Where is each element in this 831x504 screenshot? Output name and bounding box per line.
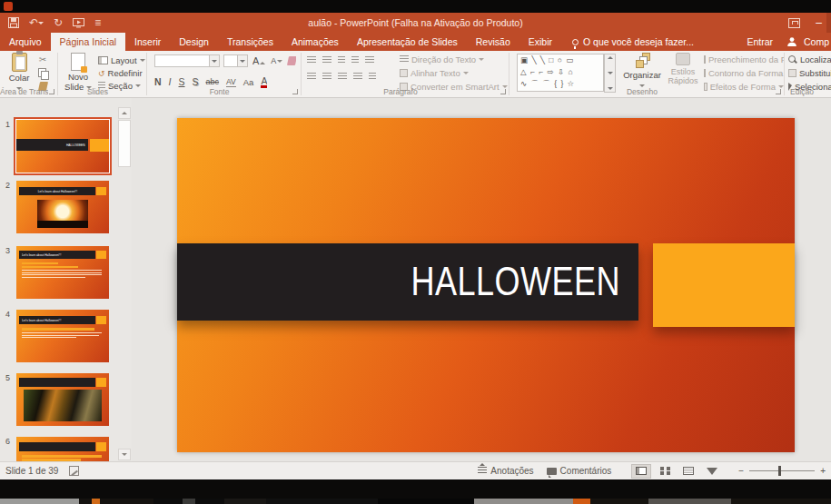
thumbnail-scroll-down-button[interactable] [118,449,131,460]
columns-icon[interactable] [369,73,376,81]
increase-font-icon[interactable]: A [252,55,265,66]
text-shadow-button[interactable]: S [193,76,199,87]
slide-thumbnail-5[interactable] [16,373,109,426]
cut-icon[interactable]: ✂ [39,54,46,64]
quick-styles-button[interactable]: Estilos Rápidos [664,53,702,86]
tab-pagina-inicial[interactable]: Página Inicial [51,33,125,51]
change-case-button[interactable]: Aa [243,77,254,87]
redo-icon[interactable]: ↻ [54,17,63,28]
font-color-button[interactable]: A [261,75,267,88]
layout-button[interactable]: Layout [98,55,145,65]
thumbnail-number: 5 [5,373,15,382]
align-left-icon[interactable] [307,73,316,81]
text-direction-button[interactable]: Direção do Texto [400,54,484,64]
thumbnail-scroll-up-button[interactable] [118,107,131,119]
copy-icon[interactable] [38,68,47,78]
bullets-icon[interactable] [307,56,316,64]
notes-button[interactable]: Anotações [478,466,533,476]
group-label-paragraph: Parágrafo [302,87,500,96]
align-text-button[interactable]: Alinhar Texto [400,68,469,78]
person-icon [786,36,797,47]
tab-inserir[interactable]: Inserir [125,33,170,51]
arrange-button[interactable]: Organizar [622,53,662,91]
decrease-indent-icon[interactable] [338,56,345,64]
slide-thumbnail-6[interactable] [16,437,109,461]
slide-accent-rectangle[interactable] [653,243,795,327]
zoom-in-button[interactable]: + [820,466,826,476]
tab-apresentacao-de-slides[interactable]: Apresentação de Slides [348,33,467,51]
paragraph-dialog-launcher-icon[interactable] [500,89,506,94]
shapes-row-1[interactable]: ▣ ╲ ╲ □ ○ ▭ [518,54,603,66]
reset-button[interactable]: ↺Redefinir [98,68,143,78]
underline-button[interactable]: S [179,76,185,87]
character-spacing-button[interactable]: AV [226,77,236,87]
group-label-drawing: Desenho [509,87,775,96]
start-from-beginning-icon[interactable] [73,18,84,28]
drawing-dialog-launcher-icon[interactable] [776,89,781,94]
notes-icon [478,467,487,475]
normal-view-button[interactable] [631,464,651,479]
slide-thumbnail-1[interactable]: HALLOWEEN [16,120,109,173]
minimize-button[interactable]: – [816,16,822,29]
group-label-clipboard: Área de Transfer... [0,87,48,96]
zoom-out-button[interactable]: − [738,466,744,476]
slide-title-text: HALLOWEEN [411,260,620,305]
strikethrough-button[interactable]: abc [206,77,220,86]
new-slide-icon [71,53,85,71]
slide-sorter-view-button[interactable] [655,464,675,479]
ribbon-display-options-icon[interactable] [788,18,800,28]
tab-revisao[interactable]: Revisão [467,33,519,51]
zoom-slider[interactable] [749,470,815,471]
slide-thumbnail-4[interactable]: Let's learn about Halloween!!! [16,310,109,362]
undo-icon[interactable]: ↶ [29,17,44,28]
slide-thumbnail-2[interactable]: Let's learn about Halloween!!! [16,181,109,233]
bold-button[interactable]: N [154,76,162,87]
reading-view-button[interactable] [678,464,698,479]
italic-button[interactable]: I [169,76,172,87]
text-direction-icon [400,55,409,64]
thumbnail-scrollbar-thumb[interactable] [118,120,131,167]
spelling-check-icon[interactable] [69,466,79,476]
slide-editor[interactable]: HALLOWEEN [177,118,795,452]
comments-button[interactable]: Comentários [547,466,612,476]
group-editing: Localizar Substituir Selecionar Edição [785,51,831,97]
slide-title-banner[interactable]: HALLOWEEN [177,243,638,321]
record-indicator-icon [4,2,13,11]
shape-outline-icon [704,69,706,77]
decrease-font-icon[interactable]: A [271,56,282,65]
font-size-combobox[interactable] [223,54,248,67]
shape-fill-button[interactable]: Preenchimento da Forma [704,54,784,64]
slideshow-view-button[interactable] [702,464,722,479]
tab-exibir[interactable]: Exibir [519,33,561,51]
clipboard-dialog-launcher-icon[interactable] [49,89,54,94]
thumbnail-number: 2 [5,181,15,190]
shapes-gallery[interactable]: ▣ ╲ ╲ □ ○ ▭ △ ⌐ ⌐ ⇨ ⇩ ⌂ ∿ ⌒ ⌒ { } ☆ [517,54,604,92]
tab-design[interactable]: Design [170,33,218,51]
shapes-row-2[interactable]: △ ⌐ ⌐ ⇨ ⇩ ⌂ [518,66,603,78]
quick-styles-icon [676,53,690,65]
numbering-icon[interactable] [322,56,331,64]
line-spacing-icon[interactable] [365,56,374,64]
increase-indent-icon[interactable] [351,56,359,64]
share-button[interactable]: Comp [804,36,829,47]
customize-qat-icon[interactable]: ≡ [94,17,101,28]
find-button[interactable]: Localizar [788,54,831,64]
tellme-box[interactable]: O que você deseja fazer... [561,33,705,51]
tab-animacoes[interactable]: Animações [282,33,348,51]
replace-button[interactable]: Substituir [788,68,831,78]
align-right-icon[interactable] [338,73,347,81]
shape-outline-button[interactable]: Contorno da Forma [704,68,784,78]
tab-transicoes[interactable]: Transições [218,33,282,51]
entrar-link[interactable]: Entrar [747,36,773,47]
save-icon[interactable] [8,17,19,28]
tab-arquivo[interactable]: Arquivo [0,33,51,51]
video-letterbox-top [0,0,831,13]
zoom-slider-thumb[interactable] [778,466,781,476]
slide-thumbnail-3[interactable]: Let's learn about Halloween!!! [16,246,109,299]
font-dialog-launcher-icon[interactable] [292,89,298,94]
align-center-icon[interactable] [322,73,331,81]
font-name-combobox[interactable] [154,54,220,67]
justify-icon[interactable] [353,73,362,81]
clear-formatting-icon[interactable] [287,56,296,65]
layout-icon [98,56,108,64]
